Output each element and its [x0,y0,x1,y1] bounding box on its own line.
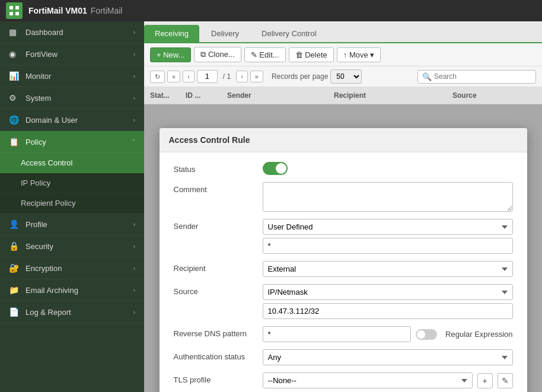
app-logo [6,2,23,19]
chevron-log-report: › [133,309,135,315]
tab-delivery[interactable]: Delivery [200,25,250,42]
search-box[interactable]: 🔍 [417,70,536,84]
sidebar-label-encryption: Encryption [25,264,133,273]
sidebar: ▦ Dashboard › ◉ FortiView › 📊 Monitor › … [0,21,144,392]
tab-receiving[interactable]: Receiving [144,25,199,42]
sidebar-item-access-control[interactable]: Access Control [0,153,144,173]
sidebar-item-monitor[interactable]: 📊 Monitor › [0,65,144,87]
reverse-dns-row: Reverse DNS pattern Regular Expression [174,326,513,342]
tab-delivery-control[interactable]: Delivery Control [251,25,327,42]
dialog-body: Status Comment [160,152,527,392]
status-label: Status [174,162,263,174]
dialog-title: Access Control Rule [160,128,527,152]
sidebar-label-log-report: Log & Report [25,308,133,317]
sender-value-input[interactable] [263,238,513,254]
encryption-icon: 🔐 [9,263,21,273]
per-page-select[interactable]: 50 100 200 [330,69,362,84]
records-per-page-label: Records per page [272,72,328,81]
sidebar-item-profile[interactable]: 👤 Profile › [0,213,144,235]
delete-button[interactable]: 🗑 Delete [289,47,334,62]
tab-bar: Receiving Delivery Delivery Control [144,21,542,43]
clone-button[interactable]: ⧉ Clone... [194,47,241,62]
new-button[interactable]: + New... [150,47,191,62]
svg-rect-0 [9,6,13,9]
sender-label: Sender [174,219,263,231]
tls-edit-button[interactable]: ✎ [498,373,513,388]
auth-status-select[interactable]: Any Authenticated Unauthenticated [263,349,513,365]
comment-control [263,182,513,212]
app-instance: FortiMail VM01 [28,6,87,15]
chevron-domain-user: › [133,117,135,123]
sidebar-item-encryption[interactable]: 🔐 Encryption › [0,257,144,279]
source-type-select[interactable]: IP/Netmask Any Geolocation [263,284,513,300]
monitor-icon: 📊 [9,71,21,81]
app-product: FortiMail [91,6,123,15]
sender-row: Sender User Defined External Internal An… [174,219,513,254]
sidebar-item-dashboard[interactable]: ▦ Dashboard › [0,21,144,43]
sidebar-label-policy: Policy [25,138,132,146]
source-value-input[interactable] [263,303,513,319]
regex-toggle[interactable] [416,329,437,340]
sidebar-label-ip-policy: IP Policy [21,179,50,187]
sidebar-label-domain-user: Domain & User [25,116,133,125]
comment-textarea[interactable] [263,182,513,212]
chevron-profile: › [133,221,135,228]
chevron-monitor: › [133,73,135,79]
sidebar-item-system[interactable]: ⚙ System › [0,87,144,109]
recipient-type-select[interactable]: External Internal Any [263,261,513,277]
sidebar-item-ip-policy[interactable]: IP Policy [0,173,144,193]
prev-page-button[interactable]: ‹ [183,71,195,82]
edit-button[interactable]: ✎ Edit... [244,47,286,62]
system-icon: ⚙ [9,93,21,103]
tls-profile-select[interactable]: --None-- [263,372,473,388]
comment-row: Comment [174,182,513,212]
tls-profile-row: TLS profile --None-- + ✎ [174,372,513,388]
sidebar-label-access-control: Access Control [21,158,72,167]
sidebar-label-security: Security [25,242,133,251]
domain-user-icon: 🌐 [9,115,21,125]
reverse-dns-input[interactable] [263,326,412,342]
profile-icon: 👤 [9,219,21,229]
sidebar-item-email-archiving[interactable]: 📁 Email Archiving › [0,279,144,301]
table-header: Stat... ID ... Sender Recipient Source [144,87,542,104]
sidebar-label-system: System [25,94,133,103]
sidebar-item-log-report[interactable]: 📄 Log & Report › [0,301,144,323]
policy-icon: 📋 [9,137,21,146]
search-icon: 🔍 [422,72,432,81]
dialog-overlay: Access Control Rule Status [144,104,542,392]
svg-rect-3 [15,12,19,15]
sidebar-item-security[interactable]: 🔒 Security › [0,235,144,257]
col-sender: Sender [227,91,334,100]
sender-type-select[interactable]: User Defined External Internal Any [263,219,513,235]
first-page-button[interactable]: « [167,71,180,82]
move-button[interactable]: ↑ Move ▾ [337,47,381,62]
email-archiving-icon: 📁 [9,285,21,295]
search-input[interactable] [434,72,531,81]
status-toggle[interactable] [263,162,288,175]
reverse-dns-label: Reverse DNS pattern [174,326,263,338]
sidebar-sub-policy: Access Control IP Policy Recipient Polic… [0,153,144,213]
dashboard-icon: ▦ [9,27,21,37]
last-page-button[interactable]: » [250,71,263,82]
svg-rect-2 [9,12,13,15]
tls-profile-label: TLS profile [174,372,263,384]
source-row: Source IP/Netmask Any Geolocation [174,284,513,319]
regular-expression-label: Regular Expression [445,330,512,339]
fortiview-icon: ◉ [9,49,21,59]
pagination-bar: ↻ « ‹ / 1 › » Records per page 50 100 20… [144,66,542,87]
col-source: Source [452,91,536,100]
sidebar-item-recipient-policy[interactable]: Recipient Policy [0,193,144,213]
log-report-icon: 📄 [9,307,21,317]
page-input[interactable] [197,70,218,83]
sidebar-label-recipient-policy: Recipient Policy [21,199,76,208]
chevron-security: › [133,243,135,250]
sidebar-item-fortiview[interactable]: ◉ FortiView › [0,43,144,65]
next-page-button[interactable]: › [236,71,248,82]
tls-add-button[interactable]: + [477,373,493,388]
sidebar-item-policy[interactable]: 📋 Policy ˅ [0,131,144,153]
page-divider: / 1 [223,72,231,81]
chevron-fortiview: › [133,51,135,58]
refresh-button[interactable]: ↻ [150,71,165,83]
content-area: Access Control Rule Status [144,104,542,392]
sidebar-item-domain-user[interactable]: 🌐 Domain & User › [0,109,144,131]
